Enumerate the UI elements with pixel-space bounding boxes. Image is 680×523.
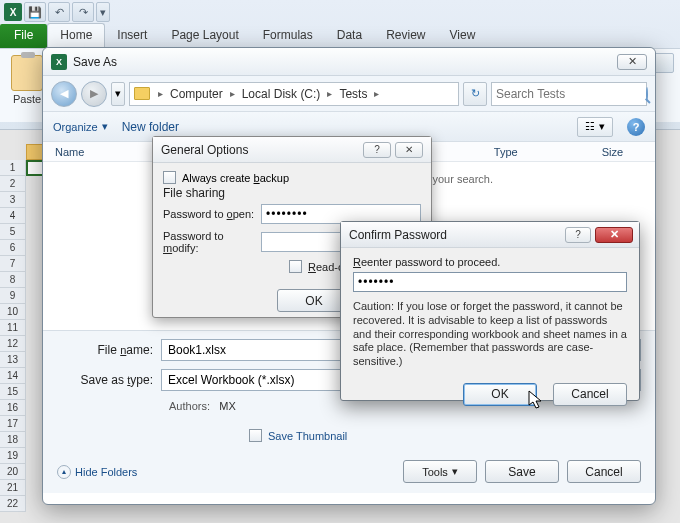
confirm-title: Confirm Password [349,228,447,242]
breadcrumb-seg[interactable]: Tests [336,87,370,101]
help-icon[interactable]: ? [565,227,591,243]
row-header[interactable]: 2 [0,176,26,192]
checkbox-icon[interactable] [249,429,262,442]
ribbon-button[interactable] [654,53,674,73]
help-icon[interactable]: ? [363,142,391,158]
qat-dropdown-icon[interactable]: ▾ [96,2,110,22]
backup-label: Always create backup [182,172,289,184]
chevron-up-icon: ▴ [57,465,71,479]
breadcrumb[interactable]: ▸ Computer ▸ Local Disk (C:) ▸ Tests ▸ [129,82,459,106]
cancel-button[interactable]: Cancel [553,383,627,406]
general-options-titlebar[interactable]: General Options ? ✕ [153,137,431,163]
confirm-titlebar[interactable]: Confirm Password ? ✕ [341,222,639,248]
save-button[interactable]: Save [485,460,559,483]
tab-file[interactable]: File [0,24,47,48]
caution-text: Caution: If you lose or forget the passw… [353,300,627,369]
row-header[interactable]: 16 [0,400,26,416]
pw-open-label: Password to open: [163,208,261,220]
row-header[interactable]: 22 [0,496,26,512]
tab-data[interactable]: Data [325,24,374,48]
thumbnail-checkbox[interactable]: Save Thumbnail [249,429,641,442]
search-icon [646,87,648,101]
chevron-down-icon: ▾ [452,465,458,478]
excel-icon: X [4,3,22,21]
row-header[interactable]: 15 [0,384,26,400]
backup-checkbox[interactable]: Always create backup [163,171,421,184]
help-icon[interactable]: ? [627,118,645,136]
file-sharing-label: File sharing [163,186,421,200]
clipboard-icon [11,55,43,91]
tab-page-layout[interactable]: Page Layout [159,24,250,48]
checkbox-icon[interactable] [289,260,302,273]
row-header[interactable]: 5 [0,224,26,240]
row-header[interactable]: 18 [0,432,26,448]
ribbon-tabs: File Home Insert Page Layout Formulas Da… [0,24,487,48]
qat-save-icon[interactable]: 💾 [24,2,46,22]
row-header[interactable]: 21 [0,480,26,496]
authors-label: Authors: [169,400,210,412]
organize-button[interactable]: Organize▾ [53,120,108,133]
row-header[interactable]: 12 [0,336,26,352]
filename-label: File name: [57,343,161,357]
tab-insert[interactable]: Insert [105,24,159,48]
folder-icon [134,87,150,100]
pw-modify-label: Password to modify: [163,230,261,254]
tab-view[interactable]: View [438,24,488,48]
save-as-title: Save As [73,55,117,69]
history-dropdown[interactable]: ▾ [111,82,125,106]
row-header[interactable]: 3 [0,192,26,208]
confirm-label: Reenter password to proceed. [353,256,627,268]
col-type[interactable]: Type [494,146,552,158]
row-header[interactable]: 6 [0,240,26,256]
search-input[interactable] [496,87,646,101]
row-header[interactable]: 9 [0,288,26,304]
view-button[interactable]: ☷ ▾ [577,117,613,137]
save-as-titlebar[interactable]: X Save As ✕ [43,48,655,76]
row-header[interactable]: 7 [0,256,26,272]
row-header[interactable]: 13 [0,352,26,368]
breadcrumb-seg[interactable]: Local Disk (C:) [239,87,324,101]
row-headers: 1 2 3 4 5 6 7 8 9 10 11 12 13 14 15 16 1… [0,160,26,512]
refresh-button[interactable]: ↻ [463,82,487,106]
breadcrumb-seg[interactable]: Computer [167,87,226,101]
close-icon[interactable]: ✕ [617,54,647,70]
tab-review[interactable]: Review [374,24,437,48]
qat-redo-icon[interactable]: ↷ [72,2,94,22]
savetype-label: Save as type: [57,373,161,387]
hide-folders-button[interactable]: ▴ Hide Folders [57,465,137,479]
cancel-button[interactable]: Cancel [567,460,641,483]
new-folder-button[interactable]: New folder [122,120,179,134]
confirm-input[interactable] [353,272,627,292]
row-header[interactable]: 17 [0,416,26,432]
close-icon[interactable]: ✕ [595,227,633,243]
tools-button[interactable]: Tools▾ [403,460,477,483]
row-header[interactable]: 20 [0,464,26,480]
row-header[interactable]: 8 [0,272,26,288]
chevron-right-icon[interactable]: ▸ [372,88,381,99]
chevron-right-icon[interactable]: ▸ [156,88,165,99]
forward-button: ▶ [81,81,107,107]
quick-access-toolbar: X 💾 ↶ ↷ ▾ [4,2,110,22]
qat-undo-icon[interactable]: ↶ [48,2,70,22]
row-header[interactable]: 19 [0,448,26,464]
thumbnail-label: Save Thumbnail [268,430,347,442]
close-icon[interactable]: ✕ [395,142,423,158]
back-button[interactable]: ◀ [51,81,77,107]
row-header[interactable]: 10 [0,304,26,320]
chevron-right-icon[interactable]: ▸ [325,88,334,99]
authors-value[interactable]: MX [219,400,236,412]
tab-home[interactable]: Home [47,23,105,48]
chevron-right-icon[interactable]: ▸ [228,88,237,99]
search-box[interactable] [491,82,647,106]
col-size[interactable]: Size [602,146,643,158]
tab-formulas[interactable]: Formulas [251,24,325,48]
nav-bar: ◀ ▶ ▾ ▸ Computer ▸ Local Disk (C:) ▸ Tes… [43,76,655,112]
ok-button[interactable]: OK [463,383,537,406]
row-header[interactable]: 4 [0,208,26,224]
confirm-password-dialog: Confirm Password ? ✕ Reenter password to… [340,221,640,401]
row-header[interactable]: 1 [0,160,26,176]
chevron-down-icon: ▾ [102,120,108,133]
checkbox-icon[interactable] [163,171,176,184]
row-header[interactable]: 11 [0,320,26,336]
row-header[interactable]: 14 [0,368,26,384]
